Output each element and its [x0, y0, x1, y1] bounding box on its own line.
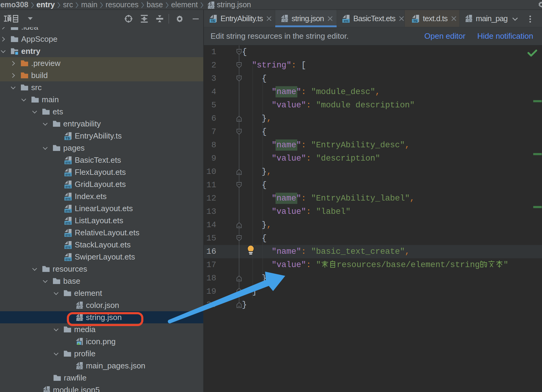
svg-text:ETS: ETS — [66, 198, 71, 201]
svg-text:TS: TS — [65, 136, 70, 140]
svg-text:ETS: ETS — [66, 246, 71, 249]
svg-text:ETS: ETS — [66, 185, 71, 188]
svg-text:ETS: ETS — [66, 234, 71, 237]
svg-text:ETS: ETS — [344, 20, 348, 23]
svg-text:TS: TS — [413, 19, 417, 23]
svg-text:ETS: ETS — [66, 210, 71, 213]
svg-text:ETS: ETS — [66, 173, 71, 176]
svg-text:ETS: ETS — [66, 222, 71, 225]
svg-text:TS: TS — [211, 19, 215, 23]
svg-text:ETS: ETS — [66, 258, 71, 261]
svg-text:ETS: ETS — [66, 161, 71, 164]
